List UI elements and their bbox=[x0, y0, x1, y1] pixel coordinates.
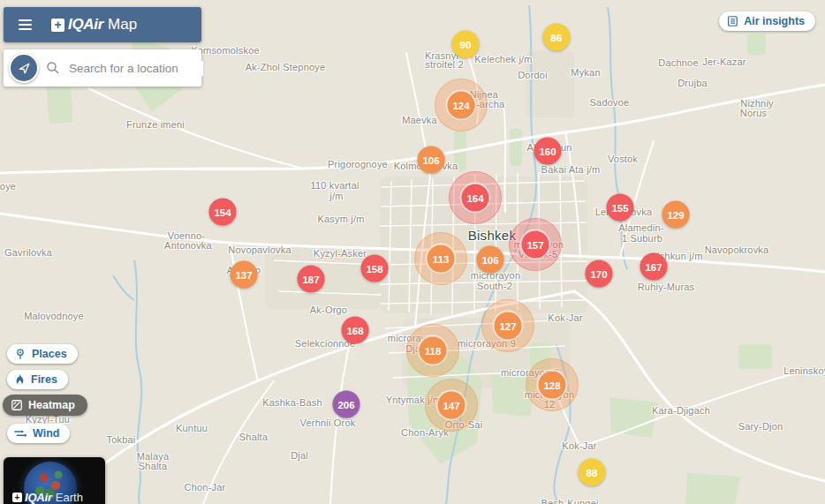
aqi-station-marker[interactable]: 90 bbox=[452, 31, 480, 58]
iqair-plus-icon bbox=[12, 493, 22, 502]
map-place-label: Drujba bbox=[677, 78, 708, 88]
aqi-station-marker[interactable]: 88 bbox=[579, 459, 606, 486]
map-place-label: Ak-Orgo bbox=[310, 305, 347, 315]
map-place-label: Prigorognoye bbox=[328, 159, 388, 169]
heatmap-icon bbox=[11, 399, 23, 411]
aqi-station-marker[interactable]: 168 bbox=[342, 317, 369, 344]
iqair-plus-icon bbox=[51, 19, 64, 32]
map-place-label: Kashka-Bash bbox=[262, 397, 322, 408]
map-place-label: Chon-Jar bbox=[185, 482, 226, 493]
map-place-label: South-2 bbox=[477, 281, 512, 291]
search-icon bbox=[46, 61, 60, 75]
search-input[interactable] bbox=[67, 61, 203, 76]
aqi-station-marker[interactable]: 124 bbox=[448, 92, 475, 119]
map-place-label: stroitel 2 bbox=[425, 59, 464, 70]
map-place-label: Dordoi bbox=[518, 70, 548, 80]
aqi-station-marker[interactable]: 86 bbox=[543, 24, 571, 51]
layer-button-fires[interactable]: Fires bbox=[7, 370, 68, 389]
aqi-station-marker[interactable]: 155 bbox=[607, 194, 634, 222]
aqi-station-marker[interactable]: 187 bbox=[298, 266, 325, 293]
map-place-label: Kuntuu bbox=[176, 423, 208, 433]
aqi-station-marker[interactable]: 154 bbox=[209, 199, 237, 226]
fire-icon bbox=[14, 373, 26, 386]
aqi-station-marker[interactable]: 113 bbox=[428, 245, 455, 273]
aqi-station-marker[interactable]: 137 bbox=[231, 261, 258, 289]
aqi-station-marker[interactable]: 170 bbox=[586, 260, 613, 288]
iqair-earth-widget[interactable]: IQAir Earth bbox=[4, 457, 105, 504]
aqi-station-marker[interactable]: 118 bbox=[420, 337, 447, 365]
layer-button-heatmap[interactable]: Heatmap bbox=[3, 395, 87, 416]
menu-icon[interactable] bbox=[11, 19, 38, 30]
aqi-station-marker[interactable]: 128 bbox=[539, 372, 566, 399]
map-place-label: Djal bbox=[291, 450, 308, 461]
map-place-label: j/m bbox=[329, 191, 343, 201]
iqair-map-app: KomsomolskoeAk-Zhol StepnoyeKrasnyistroi… bbox=[0, 0, 825, 504]
aqi-station-marker[interactable]: 106 bbox=[418, 147, 445, 174]
aqi-station-marker[interactable]: 206 bbox=[333, 391, 360, 418]
map-place-label: Bakai Ata j/m bbox=[541, 164, 601, 175]
map-place-label: Sadovoe bbox=[590, 97, 630, 108]
map-place-label: Verhnii Orok bbox=[300, 417, 356, 428]
map-place-label: Kelechek j/m bbox=[474, 54, 532, 64]
map-place-label: oye bbox=[0, 181, 16, 192]
aqi-station-marker[interactable]: 129 bbox=[662, 201, 690, 229]
brand-name: IQAir bbox=[68, 16, 103, 34]
layer-button-places[interactable]: Places bbox=[7, 344, 78, 364]
map-place-label: Norus bbox=[740, 108, 767, 118]
map-place-label: Antonovka bbox=[164, 240, 212, 251]
layer-button-label: Places bbox=[32, 348, 67, 360]
map-place-label: Ak-Zhol Stepnoye bbox=[246, 62, 326, 72]
aqi-station-marker[interactable]: 106 bbox=[477, 246, 504, 274]
aqi-station-marker[interactable]: 167 bbox=[640, 253, 668, 281]
map-place-label: Ruhiy-Muras bbox=[638, 282, 695, 292]
map-place-label: Kok-Jar bbox=[548, 312, 582, 323]
aqi-station-marker[interactable]: 158 bbox=[361, 255, 389, 282]
earth-product: Earth bbox=[56, 491, 83, 504]
map-place-label: Frunze imeni bbox=[126, 119, 185, 130]
map-place-label: Navopokrovka bbox=[705, 244, 769, 255]
air-insights-label: Air insights bbox=[744, 15, 805, 27]
aqi-station-marker[interactable]: 147 bbox=[438, 392, 465, 419]
map-place-label: Jer-Kazar bbox=[702, 56, 746, 67]
aqi-station-marker[interactable]: 160 bbox=[534, 138, 562, 165]
navigation-arrow-icon bbox=[18, 62, 31, 75]
map-place-label: Sary-Djon bbox=[738, 421, 783, 432]
map-place-label: 110 kvartal bbox=[310, 180, 359, 191]
layer-button-label: Heatmap bbox=[28, 399, 75, 411]
product-name: Map bbox=[108, 16, 137, 34]
map-place-label: Vostok bbox=[608, 154, 638, 164]
aqi-station-marker[interactable]: 127 bbox=[495, 312, 522, 340]
map-place-label: Malovodnoye bbox=[24, 311, 84, 321]
layer-button-label: Wind bbox=[33, 427, 59, 440]
layer-button-label: Fires bbox=[31, 373, 57, 386]
map-place-label: Kara-Djigach bbox=[652, 405, 710, 416]
map-place-label: Leninskoye bbox=[783, 365, 825, 376]
map-place-label: Alamedin- bbox=[618, 222, 663, 233]
aqi-station-marker[interactable]: 164 bbox=[462, 184, 489, 212]
search-bar bbox=[4, 49, 201, 87]
place-pin-icon bbox=[14, 348, 26, 360]
earth-brand: IQAir bbox=[25, 491, 52, 504]
aqi-station-marker[interactable]: 157 bbox=[522, 231, 549, 259]
locate-me-button[interactable] bbox=[9, 53, 39, 83]
map-place-label: Novopavlovka bbox=[228, 244, 291, 255]
app-header: IQAir Map bbox=[4, 7, 201, 42]
map-place-label: Tokbai bbox=[107, 434, 136, 445]
map-place-label: Gavrilovka bbox=[4, 247, 52, 258]
insights-list-icon bbox=[726, 15, 738, 27]
map-place-label: 1 Suburb bbox=[622, 233, 662, 244]
map-place-label: Kok-Jar bbox=[562, 440, 596, 451]
map-place-label: Shalta bbox=[239, 432, 268, 442]
map-place-label: Shalta bbox=[139, 461, 167, 471]
air-insights-button[interactable]: Air insights bbox=[719, 11, 815, 31]
app-logo: IQAir Map bbox=[51, 16, 137, 34]
map-place-label: Besh-Kungei bbox=[541, 498, 598, 504]
layer-button-wind[interactable]: Wind bbox=[7, 424, 70, 443]
map-place-label: Kasym j/m bbox=[317, 214, 364, 224]
map-place-label: Dachnoe bbox=[658, 57, 698, 68]
map-place-label: Mykan bbox=[571, 67, 600, 78]
wind-icon bbox=[14, 428, 27, 440]
earth-logo: IQAir Earth bbox=[12, 491, 83, 504]
map-place-label: Kyzyl-Asker bbox=[314, 248, 367, 259]
map-place-label: Maevka bbox=[402, 115, 437, 125]
